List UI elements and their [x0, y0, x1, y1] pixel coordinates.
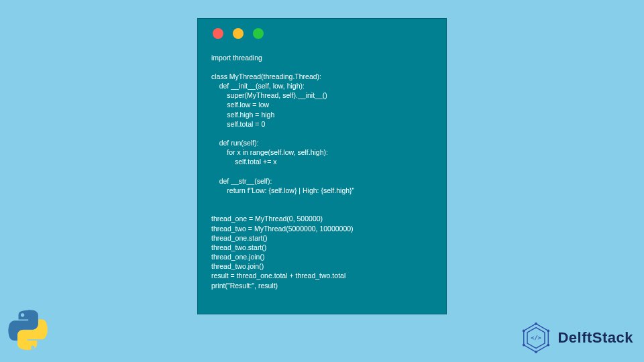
svg-point-5: [535, 351, 537, 353]
svg-text:</>: </>: [531, 335, 542, 341]
svg-point-6: [523, 344, 525, 347]
window-traffic-lights: [198, 19, 446, 43]
code-snippet: import threading class MyThread(threadin…: [198, 50, 446, 301]
maximize-icon: [253, 28, 264, 39]
minimize-icon: [233, 28, 244, 39]
delftstack-logo: </> DelftStack: [520, 322, 633, 354]
svg-point-3: [547, 330, 550, 333]
svg-point-4: [547, 344, 550, 347]
delftstack-wordmark: DelftStack: [557, 329, 633, 347]
code-window: import threading class MyThread(threadin…: [197, 18, 447, 314]
page-root: import threading class MyThread(threadin…: [0, 0, 644, 362]
close-icon: [213, 28, 223, 39]
svg-point-2: [535, 322, 537, 325]
svg-point-7: [523, 330, 525, 333]
python-logo-icon: [5, 310, 51, 355]
delftstack-mark-icon: </>: [520, 322, 552, 354]
